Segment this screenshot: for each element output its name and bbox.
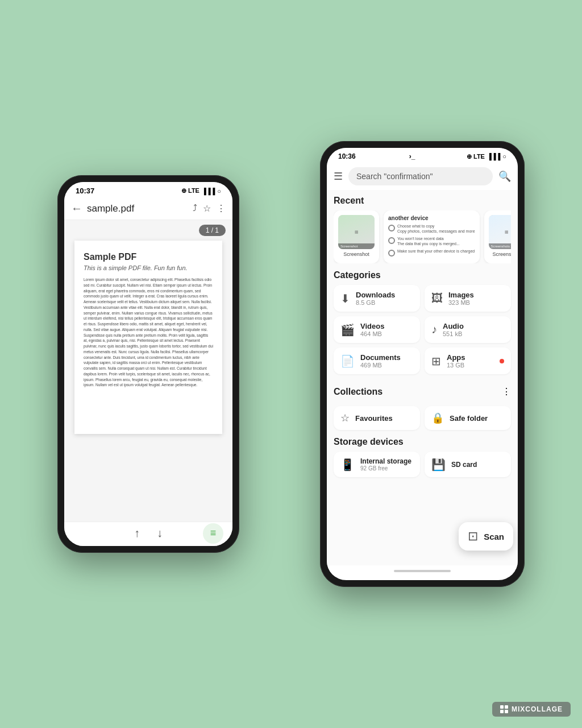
videos-info: Videos 464 MB	[360, 322, 384, 337]
star-icon[interactable]: ☆	[203, 203, 211, 214]
device-option-2: You won't lose recent dataThe data that …	[388, 236, 475, 246]
comment-button[interactable]: ≡	[203, 523, 223, 544]
sd-card-info: SD card	[451, 461, 477, 469]
screenshot2-thumb: ▦ Screenshots	[489, 215, 511, 249]
right-battery-icon: ○	[502, 153, 506, 160]
favourites-icon: ☆	[340, 412, 350, 424]
categories-section-title: Categories	[334, 270, 511, 280]
screenshot1-card-label: Screenshot	[338, 251, 375, 257]
storage-sd[interactable]: 💾 SD card	[425, 452, 511, 477]
search-box[interactable]: Search "confirmation"	[348, 167, 493, 185]
right-lte-label: ⊕ LTE	[467, 153, 485, 160]
fm-body: Recent ▦ Screenshot Screenshot	[327, 190, 518, 565]
fm-search-bar: ☰ Search "confirmation" 🔍	[327, 163, 518, 190]
left-lte-label: ⊕ LTE	[181, 187, 199, 195]
pdf-doc-body: Lorem ipsum dolor sit amet, consectetur …	[84, 277, 213, 388]
internal-storage-free: 92 GB free	[360, 465, 411, 471]
pdf-toolbar-icons: ⤴ ☆ ⋮	[193, 203, 226, 214]
device-option-2-text: You won't lose recent dataThe data that …	[397, 236, 460, 246]
apps-badge	[500, 359, 504, 363]
recent-row: ▦ Screenshot Screenshot another device	[334, 210, 511, 263]
downloads-icon: ⬇	[340, 292, 350, 305]
mixcollage-badge: MIXCOLLAGE	[492, 702, 571, 717]
device-option-2-icon	[388, 237, 395, 244]
right-time: 10:36	[338, 152, 356, 160]
pdf-content-area: 1 / 1 Sample PDF This is a simple PDF fi…	[64, 220, 232, 522]
safe-folder-name: Safe folder	[450, 414, 488, 423]
device-option-3: Make sure that your other device is char…	[388, 249, 475, 257]
documents-info: Documents 469 MB	[360, 353, 401, 369]
left-phone-screen: 10:37 ⊕ LTE ▐▐▐ ○ ← sample.pdf ⤴ ☆ ⋮	[64, 182, 232, 546]
right-phone-frame: 10:36 ›_ ⊕ LTE ▐▐▐ ○ ☰ Search "confirmat…	[320, 141, 525, 587]
mixcollage-text: MIXCOLLAGE	[512, 705, 563, 713]
category-images[interactable]: 🖼 Images 323 MB	[425, 285, 511, 312]
storage-grid: 📱 Internal storage 92 GB free 💾 SD card	[334, 452, 511, 477]
screenshot1-thumb: ▦ Screenshot	[338, 215, 375, 249]
documents-size: 469 MB	[360, 362, 401, 369]
sd-card-name: SD card	[451, 461, 477, 469]
category-documents[interactable]: 📄 Documents 469 MB	[334, 348, 420, 374]
another-device-card[interactable]: another device Choose what to copyCopy p…	[384, 210, 480, 263]
pdf-toolbar: ← sample.pdf ⤴ ☆ ⋮	[64, 197, 232, 220]
pdf-page: Sample PDF This is a simple PDF file. Fu…	[74, 241, 222, 434]
safe-folder-icon: 🔒	[431, 412, 444, 424]
apps-info: Apps 13 GB	[447, 353, 465, 369]
images-size: 323 MB	[448, 299, 474, 306]
category-audio[interactable]: ♪ Audio 551 kB	[425, 316, 511, 343]
storage-section-title: Storage devices	[334, 437, 511, 447]
share-icon[interactable]: ⤴	[193, 203, 197, 214]
collection-favourites[interactable]: ☆ Favourites	[334, 406, 420, 430]
storage-internal[interactable]: 📱 Internal storage 92 GB free	[334, 452, 420, 477]
scroll-down-button[interactable]: ↓	[157, 527, 163, 540]
right-signal-bars: ▐▐▐	[487, 153, 500, 160]
pdf-doc-subtitle: This is a simple PDF file. Fun fun fun.	[84, 264, 213, 271]
screenshot2-label: Screenshots	[489, 243, 511, 249]
left-status-icons: ⊕ LTE ▐▐▐ ○	[181, 187, 221, 195]
collections-more-icon[interactable]: ⋮	[502, 386, 511, 397]
documents-icon: 📄	[340, 354, 355, 368]
screenshot1-label: Screenshot	[338, 243, 375, 249]
recent-screenshot1-card[interactable]: ▦ Screenshot Screenshot	[334, 210, 379, 263]
right-home-indicator	[327, 565, 518, 577]
back-button[interactable]: ←	[71, 202, 82, 215]
favourites-name: Favourites	[355, 414, 393, 423]
screenshot1-image: ▦ Screenshot	[338, 215, 375, 249]
scan-tooltip-icon: ⊡	[468, 529, 478, 544]
device-option-1: Choose what to copyCopy photos, contacts…	[388, 224, 475, 234]
page-indicator: 1 / 1	[199, 225, 226, 236]
recent-screenshot2-card[interactable]: ▦ Screenshots Screenshots	[484, 210, 511, 263]
audio-icon: ♪	[431, 323, 437, 336]
images-name: Images	[448, 291, 474, 299]
audio-name: Audio	[443, 322, 464, 330]
pdf-doc-title: Sample PDF	[84, 252, 213, 262]
category-downloads[interactable]: ⬇ Downloads 8.5 GB	[334, 285, 420, 312]
videos-size: 464 MB	[360, 330, 384, 337]
scan-tooltip-label: Scan	[484, 532, 504, 541]
another-device-title: another device	[388, 215, 475, 221]
category-apps[interactable]: ⊞ Apps 13 GB	[425, 348, 511, 374]
scroll-up-button[interactable]: ↑	[134, 527, 140, 540]
search-icon[interactable]: 🔍	[498, 170, 511, 183]
audio-info: Audio 551 kB	[443, 322, 464, 337]
device-option-3-text: Make sure that your other device is char…	[397, 249, 475, 254]
collections-section-title: Collections	[334, 387, 383, 397]
scan-tooltip[interactable]: ⊡ Scan	[459, 522, 513, 551]
recent-section-title: Recent	[334, 196, 511, 206]
right-home-bar	[394, 570, 451, 572]
pdf-bottom-bar: ↑ ↓ ≡	[64, 522, 232, 542]
videos-name: Videos	[360, 322, 384, 330]
hamburger-menu-icon[interactable]: ☰	[334, 170, 343, 183]
internal-storage-icon: 📱	[340, 458, 355, 471]
apps-size: 13 GB	[447, 362, 465, 369]
collection-safe-folder[interactable]: 🔒 Safe folder	[425, 406, 511, 430]
category-videos[interactable]: 🎬 Videos 464 MB	[334, 316, 420, 343]
screenshot2-card-label: Screenshots	[489, 251, 511, 257]
comment-icon: ≡	[210, 527, 217, 539]
device-option-3-icon	[388, 250, 395, 257]
collections-header: Collections ⋮	[334, 381, 511, 402]
device-option-1-text: Choose what to copyCopy photos, contacts…	[397, 224, 475, 234]
videos-icon: 🎬	[340, 323, 355, 337]
categories-grid: ⬇ Downloads 8.5 GB 🖼 Images 323 MB	[334, 285, 511, 374]
more-icon[interactable]: ⋮	[217, 203, 226, 214]
internal-storage-name: Internal storage	[360, 457, 411, 465]
